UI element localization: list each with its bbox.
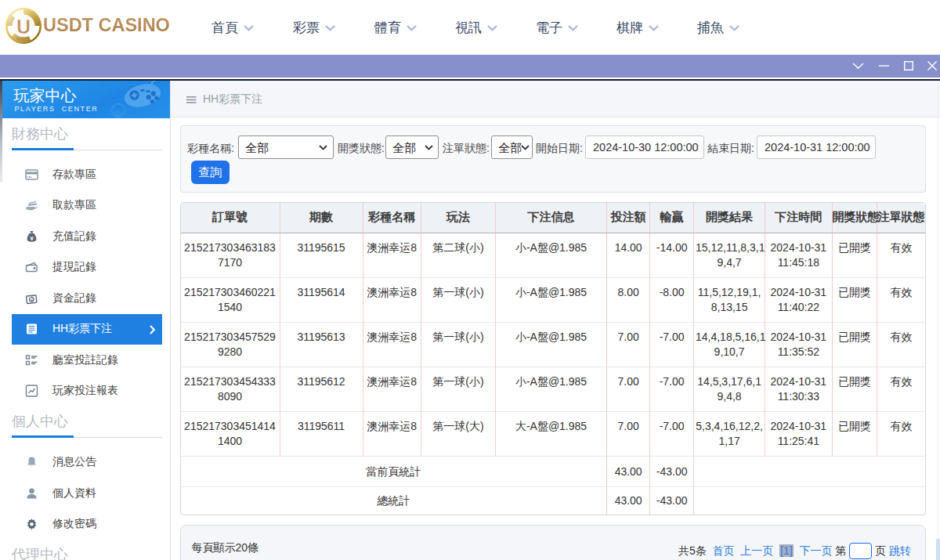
svg-text:U: U — [16, 16, 31, 38]
svg-text:CASINO: CASINO — [16, 37, 31, 41]
